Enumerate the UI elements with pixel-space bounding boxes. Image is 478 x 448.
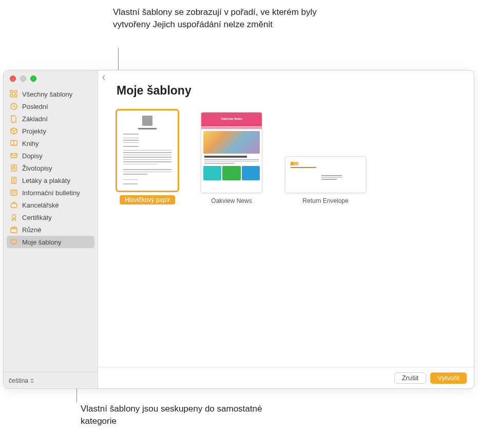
template-item-letterhead[interactable]: Hlavičkový papír	[117, 110, 178, 204]
placeholder-photo	[203, 131, 260, 154]
svg-rect-2	[10, 95, 13, 97]
sidebar-item-miscellaneous[interactable]: Různé	[7, 223, 94, 236]
sidebar-item-label: Certifikáty	[22, 214, 52, 221]
sidebar: Všechny šablony Poslední Základní Projek…	[4, 70, 98, 388]
language-label: čeština	[9, 377, 28, 384]
svg-rect-8	[12, 177, 16, 183]
callout-top: Vlastní šablony se zobrazují v pořadí, v…	[113, 6, 329, 31]
svg-rect-5	[11, 154, 17, 158]
sidebar-item-label: Kancelářské	[22, 201, 59, 209]
flyer-icon	[10, 176, 18, 184]
main-content: Moje šablony	[98, 70, 474, 388]
footer: Zrušit Vytvořit	[98, 367, 474, 388]
placeholder-name	[138, 128, 157, 129]
sidebar-item-all-templates[interactable]: Všechny šablony	[7, 88, 94, 100]
sidebar-item-basic[interactable]: Základní	[7, 113, 94, 125]
collapse-sidebar-button[interactable]	[101, 74, 108, 82]
svg-rect-12	[11, 190, 17, 195]
sidebar-item-label: Různé	[22, 226, 42, 234]
clock-icon	[10, 102, 18, 110]
template-thumbnail: Oakview News	[201, 112, 262, 193]
chevron-updown-icon	[30, 378, 34, 383]
sidebar-item-label: Letáky a plakáty	[22, 177, 70, 184]
sidebar-item-certificates[interactable]: Certifikáty	[7, 211, 94, 223]
placeholder-logo	[291, 162, 360, 165]
sidebar-item-stationery[interactable]: Kancelářské	[7, 199, 94, 211]
sidebar-item-books[interactable]: Knihy	[7, 137, 94, 150]
placeholder-photo	[142, 116, 152, 126]
cancel-button[interactable]: Zrušit	[394, 372, 427, 384]
placeholder-to-address	[321, 175, 360, 180]
sidebar-item-newsletters[interactable]: Informační bulletiny	[7, 186, 94, 199]
template-label: Hlavičkový papír	[120, 195, 175, 204]
svg-rect-3	[14, 95, 17, 97]
ribbon-icon	[10, 213, 18, 221]
sidebar-item-label: Poslední	[22, 103, 48, 110]
newsletter-subtitle	[204, 156, 247, 158]
template-thumbnail	[117, 110, 178, 191]
template-item-oakview-news[interactable]: Oakview News Oakview News	[201, 112, 262, 204]
person-icon	[10, 164, 18, 172]
close-button[interactable]	[10, 76, 16, 82]
heart-icon	[10, 238, 18, 246]
svg-point-18	[12, 215, 16, 218]
template-grid: Hlavičkový papír Oakview News	[117, 110, 455, 204]
svg-rect-1	[14, 90, 17, 93]
zoom-button[interactable]	[30, 76, 36, 82]
placeholder-from-address	[291, 167, 360, 168]
window-controls	[4, 70, 98, 85]
sidebar-footer: čeština	[4, 372, 98, 388]
template-item-return-envelope[interactable]: Return Envelope	[285, 156, 366, 204]
sidebar-item-projects[interactable]: Projekty	[7, 125, 94, 137]
language-selector[interactable]: čeština	[9, 377, 34, 384]
page-title: Moje šablony	[117, 84, 455, 98]
sidebar-item-label: Projekty	[22, 127, 46, 135]
sidebar-item-flyers[interactable]: Letáky a plakáty	[7, 174, 94, 186]
sidebar-item-resumes[interactable]: Životopisy	[7, 162, 94, 174]
content-area: Moje šablony	[98, 70, 474, 367]
sidebar-item-letters[interactable]: Dopisy	[7, 150, 94, 162]
svg-rect-9	[13, 178, 15, 180]
sidebar-item-label: Základní	[22, 115, 48, 123]
sidebar-item-label: Knihy	[22, 140, 39, 147]
svg-point-7	[13, 166, 14, 167]
svg-rect-0	[10, 90, 13, 93]
book-icon	[10, 139, 18, 147]
sidebar-list: Všechny šablony Poslední Základní Projek…	[4, 85, 98, 372]
sidebar-item-recent[interactable]: Poslední	[7, 100, 94, 113]
sidebar-item-label: Životopisy	[22, 164, 52, 172]
box-open-icon	[10, 226, 18, 234]
sidebar-item-label: Dopisy	[22, 152, 43, 160]
document-icon	[10, 115, 18, 123]
sidebar-item-label: Informační bulletiny	[22, 189, 80, 197]
template-thumbnail	[285, 156, 366, 193]
grid-icon	[10, 90, 18, 98]
box-icon	[10, 127, 18, 135]
template-chooser-window: Všechny šablony Poslední Základní Projek…	[3, 70, 474, 389]
callout-bottom: Vlastní šablony jsou seskupeny do samost…	[81, 403, 296, 427]
sidebar-item-my-templates[interactable]: Moje šablony	[7, 236, 94, 248]
sidebar-item-label: Moje šablony	[22, 238, 62, 246]
svg-rect-17	[11, 203, 17, 208]
newsletter-header: Oakview News	[201, 113, 262, 126]
newspaper-icon	[10, 189, 18, 197]
create-button[interactable]: Vytvořit	[430, 372, 467, 384]
envelope-icon	[10, 152, 18, 160]
sidebar-item-label: Všechny šablony	[22, 90, 72, 98]
template-label: Oakview News	[211, 197, 252, 204]
svg-rect-16	[14, 193, 16, 194]
briefcase-icon	[10, 201, 18, 209]
minimize-button[interactable]	[20, 76, 26, 82]
template-label: Return Envelope	[302, 197, 348, 204]
